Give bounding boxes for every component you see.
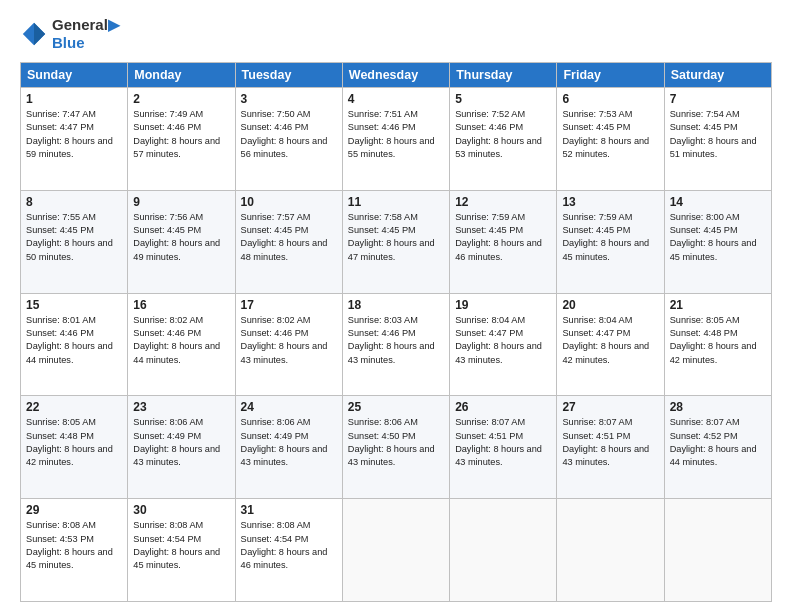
day-number: 6: [562, 92, 658, 106]
day-info: Sunrise: 8:06 AMSunset: 4:49 PMDaylight:…: [241, 416, 337, 469]
day-number: 30: [133, 503, 229, 517]
day-number: 17: [241, 298, 337, 312]
day-number: 3: [241, 92, 337, 106]
day-number: 4: [348, 92, 444, 106]
day-number: 29: [26, 503, 122, 517]
day-number: 9: [133, 195, 229, 209]
day-number: 19: [455, 298, 551, 312]
day-number: 12: [455, 195, 551, 209]
page: General▶ Blue SundayMondayTuesdayWednesd…: [0, 0, 792, 612]
day-number: 14: [670, 195, 766, 209]
weekday-thursday: Thursday: [450, 63, 557, 88]
day-info: Sunrise: 7:51 AMSunset: 4:46 PMDaylight:…: [348, 108, 444, 161]
day-info: Sunrise: 8:08 AMSunset: 4:54 PMDaylight:…: [241, 519, 337, 572]
day-cell: 21Sunrise: 8:05 AMSunset: 4:48 PMDayligh…: [664, 293, 771, 396]
day-cell: 28Sunrise: 8:07 AMSunset: 4:52 PMDayligh…: [664, 396, 771, 499]
day-cell: 12Sunrise: 7:59 AMSunset: 4:45 PMDayligh…: [450, 190, 557, 293]
day-cell: [557, 499, 664, 602]
day-number: 28: [670, 400, 766, 414]
day-info: Sunrise: 8:06 AMSunset: 4:50 PMDaylight:…: [348, 416, 444, 469]
day-cell: 8Sunrise: 7:55 AMSunset: 4:45 PMDaylight…: [21, 190, 128, 293]
day-info: Sunrise: 8:03 AMSunset: 4:46 PMDaylight:…: [348, 314, 444, 367]
day-info: Sunrise: 8:05 AMSunset: 4:48 PMDaylight:…: [26, 416, 122, 469]
day-info: Sunrise: 7:59 AMSunset: 4:45 PMDaylight:…: [455, 211, 551, 264]
svg-marker-1: [34, 23, 45, 45]
day-info: Sunrise: 8:07 AMSunset: 4:51 PMDaylight:…: [455, 416, 551, 469]
day-cell: 25Sunrise: 8:06 AMSunset: 4:50 PMDayligh…: [342, 396, 449, 499]
week-row-1: 1Sunrise: 7:47 AMSunset: 4:47 PMDaylight…: [21, 88, 772, 191]
day-number: 13: [562, 195, 658, 209]
weekday-wednesday: Wednesday: [342, 63, 449, 88]
weekday-monday: Monday: [128, 63, 235, 88]
day-info: Sunrise: 7:56 AMSunset: 4:45 PMDaylight:…: [133, 211, 229, 264]
day-info: Sunrise: 7:50 AMSunset: 4:46 PMDaylight:…: [241, 108, 337, 161]
day-number: 24: [241, 400, 337, 414]
logo: General▶ Blue: [20, 16, 120, 52]
day-info: Sunrise: 7:47 AMSunset: 4:47 PMDaylight:…: [26, 108, 122, 161]
day-cell: [342, 499, 449, 602]
day-cell: 29Sunrise: 8:08 AMSunset: 4:53 PMDayligh…: [21, 499, 128, 602]
day-cell: 24Sunrise: 8:06 AMSunset: 4:49 PMDayligh…: [235, 396, 342, 499]
day-info: Sunrise: 8:04 AMSunset: 4:47 PMDaylight:…: [455, 314, 551, 367]
day-number: 16: [133, 298, 229, 312]
week-row-3: 15Sunrise: 8:01 AMSunset: 4:46 PMDayligh…: [21, 293, 772, 396]
day-number: 2: [133, 92, 229, 106]
day-info: Sunrise: 8:00 AMSunset: 4:45 PMDaylight:…: [670, 211, 766, 264]
day-info: Sunrise: 7:57 AMSunset: 4:45 PMDaylight:…: [241, 211, 337, 264]
week-row-2: 8Sunrise: 7:55 AMSunset: 4:45 PMDaylight…: [21, 190, 772, 293]
day-cell: 23Sunrise: 8:06 AMSunset: 4:49 PMDayligh…: [128, 396, 235, 499]
day-cell: 13Sunrise: 7:59 AMSunset: 4:45 PMDayligh…: [557, 190, 664, 293]
day-number: 23: [133, 400, 229, 414]
day-cell: 15Sunrise: 8:01 AMSunset: 4:46 PMDayligh…: [21, 293, 128, 396]
day-cell: 6Sunrise: 7:53 AMSunset: 4:45 PMDaylight…: [557, 88, 664, 191]
day-cell: 22Sunrise: 8:05 AMSunset: 4:48 PMDayligh…: [21, 396, 128, 499]
day-info: Sunrise: 8:06 AMSunset: 4:49 PMDaylight:…: [133, 416, 229, 469]
day-cell: 18Sunrise: 8:03 AMSunset: 4:46 PMDayligh…: [342, 293, 449, 396]
day-number: 18: [348, 298, 444, 312]
day-info: Sunrise: 7:54 AMSunset: 4:45 PMDaylight:…: [670, 108, 766, 161]
day-info: Sunrise: 8:08 AMSunset: 4:54 PMDaylight:…: [133, 519, 229, 572]
logo-icon: [20, 20, 48, 48]
day-info: Sunrise: 8:08 AMSunset: 4:53 PMDaylight:…: [26, 519, 122, 572]
day-number: 8: [26, 195, 122, 209]
day-cell: 31Sunrise: 8:08 AMSunset: 4:54 PMDayligh…: [235, 499, 342, 602]
day-info: Sunrise: 7:59 AMSunset: 4:45 PMDaylight:…: [562, 211, 658, 264]
day-cell: 9Sunrise: 7:56 AMSunset: 4:45 PMDaylight…: [128, 190, 235, 293]
weekday-header-row: SundayMondayTuesdayWednesdayThursdayFrid…: [21, 63, 772, 88]
day-cell: 4Sunrise: 7:51 AMSunset: 4:46 PMDaylight…: [342, 88, 449, 191]
day-cell: 27Sunrise: 8:07 AMSunset: 4:51 PMDayligh…: [557, 396, 664, 499]
day-number: 10: [241, 195, 337, 209]
day-number: 21: [670, 298, 766, 312]
day-info: Sunrise: 8:02 AMSunset: 4:46 PMDaylight:…: [133, 314, 229, 367]
day-info: Sunrise: 7:55 AMSunset: 4:45 PMDaylight:…: [26, 211, 122, 264]
week-row-4: 22Sunrise: 8:05 AMSunset: 4:48 PMDayligh…: [21, 396, 772, 499]
day-cell: 10Sunrise: 7:57 AMSunset: 4:45 PMDayligh…: [235, 190, 342, 293]
day-info: Sunrise: 8:05 AMSunset: 4:48 PMDaylight:…: [670, 314, 766, 367]
day-number: 31: [241, 503, 337, 517]
day-cell: 3Sunrise: 7:50 AMSunset: 4:46 PMDaylight…: [235, 88, 342, 191]
day-number: 20: [562, 298, 658, 312]
day-cell: 19Sunrise: 8:04 AMSunset: 4:47 PMDayligh…: [450, 293, 557, 396]
week-row-5: 29Sunrise: 8:08 AMSunset: 4:53 PMDayligh…: [21, 499, 772, 602]
day-info: Sunrise: 8:04 AMSunset: 4:47 PMDaylight:…: [562, 314, 658, 367]
day-cell: 5Sunrise: 7:52 AMSunset: 4:46 PMDaylight…: [450, 88, 557, 191]
weekday-friday: Friday: [557, 63, 664, 88]
day-cell: [664, 499, 771, 602]
day-number: 15: [26, 298, 122, 312]
day-number: 26: [455, 400, 551, 414]
day-info: Sunrise: 7:52 AMSunset: 4:46 PMDaylight:…: [455, 108, 551, 161]
day-number: 27: [562, 400, 658, 414]
day-number: 25: [348, 400, 444, 414]
day-number: 22: [26, 400, 122, 414]
day-number: 7: [670, 92, 766, 106]
day-cell: 14Sunrise: 8:00 AMSunset: 4:45 PMDayligh…: [664, 190, 771, 293]
day-cell: 20Sunrise: 8:04 AMSunset: 4:47 PMDayligh…: [557, 293, 664, 396]
day-cell: 1Sunrise: 7:47 AMSunset: 4:47 PMDaylight…: [21, 88, 128, 191]
calendar-table: SundayMondayTuesdayWednesdayThursdayFrid…: [20, 62, 772, 602]
day-number: 11: [348, 195, 444, 209]
day-cell: [450, 499, 557, 602]
logo-text: General▶ Blue: [52, 16, 120, 52]
day-info: Sunrise: 7:53 AMSunset: 4:45 PMDaylight:…: [562, 108, 658, 161]
day-cell: 2Sunrise: 7:49 AMSunset: 4:46 PMDaylight…: [128, 88, 235, 191]
day-info: Sunrise: 7:49 AMSunset: 4:46 PMDaylight:…: [133, 108, 229, 161]
